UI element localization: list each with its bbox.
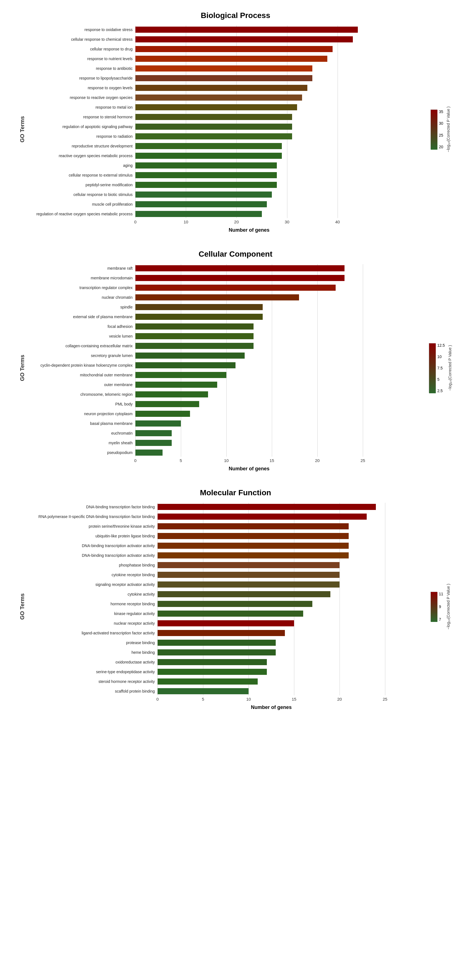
bar-fill xyxy=(136,104,297,110)
bar-row: cellular response to biotic stimulus xyxy=(30,190,363,199)
legend-labels: 35302520 xyxy=(439,110,443,150)
bar-label: ligand-activated transcription factor ac… xyxy=(30,631,158,635)
bar-track xyxy=(158,659,385,665)
bar-label: DNA-binding transcription activator acti… xyxy=(30,544,158,548)
bar-track xyxy=(136,143,363,149)
bar-fill xyxy=(136,143,282,149)
x-axis-tick: 20 xyxy=(234,220,239,224)
bar-row: heme binding xyxy=(30,648,385,657)
bar-track xyxy=(136,314,363,320)
bar-fill xyxy=(136,133,292,139)
bars-wrapper-biological-process: response to oxidative stresscellular res… xyxy=(30,25,363,218)
bar-label: euchromatin xyxy=(30,431,136,435)
bar-label: steroid hormone receptor activity xyxy=(30,679,158,684)
bar-fill xyxy=(136,36,353,42)
bar-fill xyxy=(136,450,163,456)
bar-label: cytokine receptor binding xyxy=(30,573,158,577)
bar-fill xyxy=(158,591,330,597)
legend-tick-label: 11 xyxy=(439,592,443,596)
bar-label: ubiquitin-like protein ligase binding xyxy=(30,534,158,538)
chart-area-biological-process: GO Termsresponse to oxidative stresscell… xyxy=(17,25,454,233)
bar-fill xyxy=(136,94,302,100)
bar-row: response to radiation xyxy=(30,132,363,140)
bar-track xyxy=(158,649,385,655)
legend-title: −log₁₀(Corrected P Value ) xyxy=(448,345,452,391)
bar-row: DNA-binding transcription activator acti… xyxy=(30,542,385,550)
bar-row: reproductive structure development xyxy=(30,142,363,150)
bar-fill xyxy=(136,353,245,359)
svg-rect-1 xyxy=(429,344,436,393)
bar-row: outer membrane xyxy=(30,380,363,389)
legend-tick-label: 30 xyxy=(439,121,443,126)
bar-label: protein serine/threonine kinase activity xyxy=(30,524,158,528)
bar-row: oxidoreductase activity xyxy=(30,658,385,666)
y-axis-label-biological-process: GO Terms xyxy=(17,25,28,233)
x-axis-label-cellular-component: Number of genes xyxy=(136,466,363,472)
legend-tick-label: 20 xyxy=(439,145,443,149)
bar-label: muscle cell proliferation xyxy=(30,202,136,207)
chart-area-molecular-function: GO TermsDNA-binding transcription factor… xyxy=(17,503,454,710)
bar-track xyxy=(136,285,363,291)
bar-fill xyxy=(158,523,349,529)
bar-row: basal plasma membrane xyxy=(30,419,363,428)
bar-label: DNA-binding transcription factor binding xyxy=(30,505,158,509)
bar-row: cellular response to external stimulus xyxy=(30,171,363,179)
bar-track xyxy=(136,343,363,349)
bar-track xyxy=(136,323,363,329)
bar-label: scaffold protein binding xyxy=(30,689,158,694)
bar-track xyxy=(136,182,363,188)
bar-label: cellular response to biotic stimulus xyxy=(30,192,136,197)
bar-fill xyxy=(158,678,258,684)
bar-label: response to reactive oxygen species xyxy=(30,95,136,100)
bar-label: outer membrane xyxy=(30,382,136,387)
bar-track xyxy=(136,275,363,281)
bar-label: response to metal ion xyxy=(30,105,136,110)
bar-label: response to antibiotic xyxy=(30,66,136,71)
legend-tick-label: 12.5 xyxy=(437,343,445,348)
bar-fill xyxy=(158,611,303,617)
bar-row: external side of plasma membrane xyxy=(30,313,363,321)
x-axis-tick: 25 xyxy=(383,697,388,702)
bar-row: vesicle lumen xyxy=(30,332,363,340)
bar-fill xyxy=(136,172,277,178)
bar-track xyxy=(136,85,363,91)
bar-row: PML body xyxy=(30,400,363,408)
legend-tick-label: 7 xyxy=(439,617,443,622)
legend-gradient xyxy=(429,343,436,393)
bar-track xyxy=(136,65,363,72)
bar-fill xyxy=(158,572,340,578)
page: Biological ProcessGO Termsresponse to ox… xyxy=(0,0,471,738)
bar-fill xyxy=(136,294,299,301)
bar-fill xyxy=(136,114,292,120)
bar-fill xyxy=(158,504,376,510)
legend-tick-label: 5 xyxy=(437,377,445,382)
bars-wrapper-molecular-function: DNA-binding transcription factor binding… xyxy=(30,503,385,695)
bar-row: response to oxidative stress xyxy=(30,25,363,34)
bar-fill xyxy=(136,182,277,188)
bar-fill xyxy=(136,46,332,52)
bar-label: pseudopodium xyxy=(30,450,136,455)
x-axis-tick: 25 xyxy=(361,458,365,463)
legend-labels: 1197 xyxy=(439,592,443,622)
bar-fill xyxy=(158,533,349,539)
bar-track xyxy=(136,294,363,301)
bar-track xyxy=(136,162,363,169)
bar-fill xyxy=(136,191,272,197)
bar-label: phosphatase binding xyxy=(30,563,158,567)
bar-label: cellular response to external stimulus xyxy=(30,173,136,177)
bar-track xyxy=(158,630,385,636)
bar-row: response to steroid hormone xyxy=(30,113,363,121)
bar-label: PML body xyxy=(30,402,136,406)
bar-row: protease binding xyxy=(30,638,385,647)
bar-track xyxy=(158,611,385,617)
bar-row: muscle cell proliferation xyxy=(30,200,363,208)
bar-fill xyxy=(158,688,249,694)
bar-row: DNA-binding transcription activator acti… xyxy=(30,551,385,560)
bar-row: DNA-binding transcription factor binding xyxy=(30,503,385,511)
bar-fill xyxy=(136,411,190,417)
bar-fill xyxy=(136,391,208,398)
bar-track xyxy=(158,591,385,597)
bar-label: RNA polymerase II-specific DNA-binding t… xyxy=(30,514,158,519)
bar-fill xyxy=(136,333,254,339)
bar-row: phosphatase binding xyxy=(30,561,385,569)
